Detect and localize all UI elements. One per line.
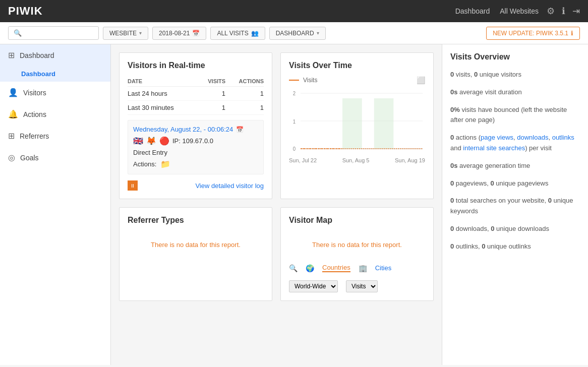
website-button[interactable]: WESBITE ▾	[103, 27, 148, 40]
zoom-icon: 🔍	[289, 264, 298, 272]
sidebar-item-visitors[interactable]: 👤 Visitors	[0, 82, 110, 103]
logo: PIWIK	[8, 5, 43, 18]
stat-gen-time: 0s	[450, 162, 457, 169]
visitor-flags: 🇬🇧 🦊 🔴 IP: 109.67.0.0	[133, 136, 258, 146]
chart-expand-icon[interactable]: ⬜	[417, 76, 425, 84]
globe-icon: 🌍	[306, 264, 314, 272]
nav-all-websites[interactable]: All Websites	[500, 7, 539, 15]
col-visits: VISITS	[199, 76, 225, 87]
stat-unique-downloads-count: 0	[491, 225, 494, 232]
chart-area: 2 1 0 Sun	[289, 88, 425, 169]
stat-bounce-rate: 0%	[450, 106, 460, 113]
col-actions: ACTIONS	[225, 76, 264, 87]
search-box[interactable]: 🔍	[8, 26, 99, 40]
sidebar-item-goals[interactable]: ◎ Goals	[0, 147, 110, 168]
view-log-row: ⏸ View detailed visitor log	[128, 180, 264, 191]
table-row: Last 24 hours 1 1	[128, 87, 264, 101]
stat-row-outlinks: 0 outlinks, 0 unique outlinks	[450, 241, 580, 252]
stat-row-visits: 0 visits, 0 unique visitors	[450, 70, 580, 80]
visitors-icon: 👤	[8, 88, 18, 97]
sidebar-item-dashboard[interactable]: Dashboard	[0, 66, 110, 82]
actions-cell-1: 1	[225, 87, 264, 101]
stat-row-actions: 0 actions (page views, downloads, outlin…	[450, 133, 580, 154]
stat-visits-count: 0	[450, 71, 454, 78]
visitor-date-line: Wednesday, August 22, - 00:06:24 📅	[133, 126, 258, 133]
person-icon: 👥	[251, 30, 259, 37]
sidebar-goals-label: Goals	[20, 154, 39, 162]
stat-row-searches: 0 total searches on your website, 0 uniq…	[450, 196, 580, 217]
sidebar-item-actions[interactable]: 🔔 Actions	[0, 103, 110, 125]
visits-cell-2: 1	[199, 101, 225, 115]
svg-text:0: 0	[293, 146, 296, 152]
referrers-icon: ⊞	[8, 131, 15, 141]
actions-cell-2: 1	[225, 101, 264, 115]
visitors-realtime-card: Visitors in Real-time DATE VISITS ACTION…	[119, 52, 272, 199]
svg-text:2: 2	[293, 91, 296, 96]
info-icon[interactable]: ℹ	[562, 6, 565, 17]
update-info-icon: ℹ	[571, 30, 573, 37]
legend-visits-label: Visits	[303, 77, 317, 84]
sidebar-dashboard-sub-label: Dashboard	[21, 70, 55, 78]
svg-text:1: 1	[293, 119, 296, 125]
nav-icons: ⚙ ℹ ⇥	[547, 6, 580, 17]
nav-dashboard[interactable]: Dashboard	[455, 7, 490, 15]
visits-cell-1: 1	[199, 87, 225, 101]
legend-line-icon	[289, 80, 299, 81]
referrer-types-card: Referrer Types There is no data for this…	[119, 207, 272, 301]
top-nav: PIWIK Dashboard All Websites ⚙ ℹ ⇥	[0, 0, 588, 22]
outlinks-link[interactable]: outlinks	[552, 134, 574, 141]
cities-tab[interactable]: Cities	[375, 264, 392, 272]
chevron-down-icon-2: ▾	[317, 30, 319, 36]
visitors-table: DATE VISITS ACTIONS Last 24 hours 1 1 La…	[128, 76, 264, 115]
dashboard-icon: ⊞	[8, 50, 15, 60]
stat-row-duration: 0s average visit duration	[450, 87, 580, 98]
visitor-map-card: Visitor Map There is no data for this re…	[280, 207, 434, 301]
map-tabs: 🔍 🌍 Countries 🏢 Cities World-Wide Visits	[289, 264, 425, 292]
date-button[interactable]: 2018-08-21 📅	[152, 27, 206, 40]
calendar-icon: 📅	[192, 30, 200, 37]
stat-unique-outlinks-count: 0	[482, 242, 485, 250]
sidebar-item-dashboard-section[interactable]: ⊞ Dashboard	[0, 44, 110, 66]
gear-icon[interactable]: ⚙	[547, 6, 555, 17]
visitor-entry-type: Direct Entry	[133, 149, 258, 156]
visitor-date: Wednesday, August 22, - 00:06:24	[133, 126, 233, 133]
nav-links: Dashboard All Websites	[455, 7, 539, 15]
stat-row-downloads: 0 downloads, 0 unique downloads	[450, 224, 580, 234]
pause-button[interactable]: ⏸	[128, 180, 138, 191]
view-visitor-log-link[interactable]: View detailed visitor log	[195, 182, 264, 190]
stat-row-bounce: 0% visits have bounced (left the website…	[450, 105, 580, 126]
visitor-actions-row: Actions: 📁	[133, 159, 258, 169]
sidebar-item-referrers[interactable]: ⊞ Referrers	[0, 125, 110, 147]
referrer-no-data: There is no data for this report.	[128, 231, 264, 259]
table-row: Last 30 minutes 1 1	[128, 101, 264, 115]
downloads-link[interactable]: downloads	[517, 134, 548, 141]
toolbar: 🔍 WESBITE ▾ 2018-08-21 📅 ALL VISITS 👥 DA…	[0, 22, 588, 44]
browser-firefox-icon: 🦊	[146, 136, 156, 146]
sidebar: ⊞ Dashboard Dashboard 👤 Visitors 🔔 Actio…	[0, 44, 111, 365]
dashboard-button[interactable]: DASHBOARD ▾	[269, 27, 326, 40]
page-views-link[interactable]: page views	[481, 134, 513, 141]
stat-actions-count: 0	[450, 134, 454, 141]
actions-folder-icon: 📁	[160, 159, 170, 169]
building-icon: 🏢	[359, 264, 367, 272]
logout-icon[interactable]: ⇥	[572, 6, 580, 17]
update-button[interactable]: NEW UPDATE: PIWIK 3.5.1 ℹ	[486, 27, 580, 40]
visitor-ip: IP: 109.67.0.0	[172, 137, 213, 145]
visits-over-time-card: Visits Over Time Visits ⬜ 2 1 0	[280, 52, 434, 199]
map-region-select[interactable]: World-Wide	[289, 280, 338, 292]
stat-searches-count: 0	[450, 197, 454, 204]
main-layout: ⊞ Dashboard Dashboard 👤 Visitors 🔔 Actio…	[0, 44, 588, 365]
stat-row-pageviews: 0 pageviews, 0 unique pageviews	[450, 178, 580, 189]
map-metric-select[interactable]: Visits	[346, 280, 378, 292]
date-cell-2: Last 30 minutes	[128, 101, 199, 115]
right-panel: Visits Overview 0 visits, 0 unique visit…	[442, 44, 588, 365]
visitor-map-title: Visitor Map	[289, 216, 425, 225]
svg-rect-9	[374, 98, 394, 149]
countries-tab[interactable]: Countries	[322, 264, 350, 272]
stat-unique-visitors-count: 0	[474, 71, 478, 78]
stat-avg-duration: 0s	[450, 88, 457, 96]
site-searches-link[interactable]: internal site searches	[463, 144, 525, 152]
visits-button[interactable]: ALL VISITS 👥	[210, 27, 265, 40]
actions-icon: 🔔	[8, 109, 18, 119]
date-cell-1: Last 24 hours	[128, 87, 199, 101]
